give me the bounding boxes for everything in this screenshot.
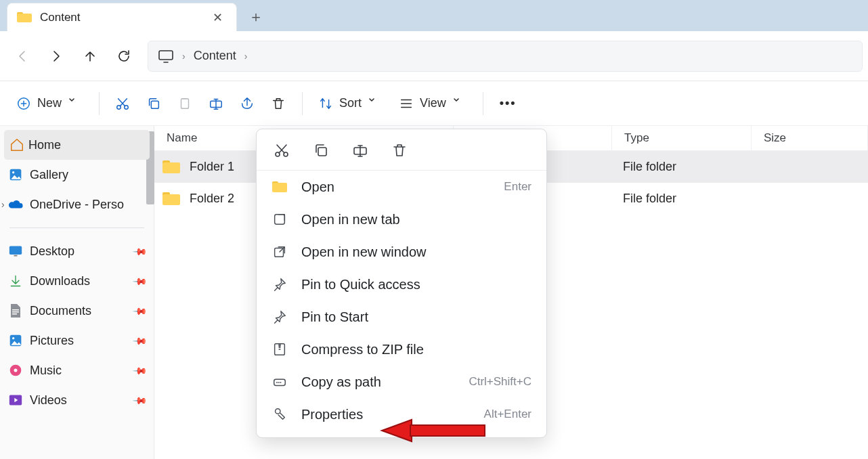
sidebar-item-pictures[interactable]: Pictures 📌 xyxy=(0,326,154,355)
tab-title: Content xyxy=(40,11,200,24)
ctx-rename-button[interactable] xyxy=(350,140,370,160)
refresh-icon xyxy=(116,49,131,64)
view-button[interactable]: View xyxy=(392,87,474,120)
sidebar-item-videos[interactable]: Videos 📌 xyxy=(0,385,154,415)
svg-rect-28 xyxy=(410,425,485,436)
copy-icon xyxy=(313,142,329,158)
sidebar-label: Desktop xyxy=(30,244,74,259)
svg-rect-4 xyxy=(151,101,158,108)
up-button[interactable] xyxy=(73,40,107,72)
sidebar-item-home[interactable]: Home xyxy=(4,130,150,160)
sidebar-item-onedrive[interactable]: › OneDrive - Perso xyxy=(0,190,154,219)
chevron-right-icon[interactable]: › xyxy=(1,199,5,210)
properties-icon xyxy=(272,406,288,422)
rename-icon xyxy=(209,96,223,111)
rename-button[interactable] xyxy=(202,87,230,120)
ctx-cut-button[interactable] xyxy=(272,140,292,160)
svg-rect-5 xyxy=(181,98,189,108)
cut-button[interactable] xyxy=(108,87,137,120)
delete-button[interactable] xyxy=(264,87,292,120)
context-menu: Open Enter Open in new tab Open in new w… xyxy=(256,129,547,438)
new-button[interactable]: New xyxy=(9,87,89,120)
close-icon[interactable]: ✕ xyxy=(209,9,227,26)
new-window-icon xyxy=(272,244,288,260)
svg-point-27 xyxy=(276,409,280,414)
breadcrumb-segment[interactable]: Content xyxy=(194,49,236,63)
copy-button[interactable] xyxy=(139,87,168,120)
ctx-open[interactable]: Open Enter xyxy=(257,171,546,203)
ctx-shortcut: Ctrl+Shift+C xyxy=(469,375,531,389)
paste-button[interactable] xyxy=(171,87,199,120)
ellipsis-icon: ••• xyxy=(500,96,517,110)
videos-icon xyxy=(8,393,23,408)
trash-icon xyxy=(391,142,408,158)
ctx-label: Properties xyxy=(301,407,363,422)
onedrive-icon xyxy=(8,197,23,212)
ctx-shortcut: Enter xyxy=(504,180,531,194)
ctx-label: Open in new tab xyxy=(301,212,400,227)
ctx-label: Compress to ZIP file xyxy=(301,342,424,357)
address-bar[interactable]: › Content › xyxy=(148,41,863,72)
sidebar-label: Music xyxy=(30,364,62,378)
chevron-down-icon xyxy=(368,96,383,111)
column-type[interactable]: Type xyxy=(612,126,752,150)
copy-path-icon xyxy=(272,374,288,390)
svg-rect-26 xyxy=(274,379,286,385)
more-button[interactable]: ••• xyxy=(493,87,523,120)
pin-icon xyxy=(272,276,288,292)
ctx-pin-quick-access[interactable]: Pin to Quick access xyxy=(257,268,546,301)
sidebar-item-desktop[interactable]: Desktop 📌 xyxy=(0,236,154,266)
chevron-right-icon: › xyxy=(182,51,186,62)
ctx-delete-button[interactable] xyxy=(389,140,410,160)
back-button[interactable] xyxy=(5,40,39,72)
sidebar-label: Videos xyxy=(30,393,67,408)
ctx-open-new-window[interactable]: Open in new window xyxy=(257,236,546,268)
sidebar-item-gallery[interactable]: Gallery xyxy=(0,160,154,190)
folder-icon xyxy=(17,12,32,23)
pin-icon: 📌 xyxy=(132,332,148,348)
file-name: Folder 2 xyxy=(190,192,234,206)
folder-open-icon xyxy=(272,179,288,195)
share-icon xyxy=(240,96,255,111)
downloads-icon xyxy=(8,274,23,288)
sidebar-item-documents[interactable]: Documents 📌 xyxy=(0,296,154,326)
sidebar-item-music[interactable]: Music 📌 xyxy=(0,355,154,385)
ctx-copy-path[interactable]: Copy as path Ctrl+Shift+C xyxy=(257,366,546,398)
chevron-right-icon: › xyxy=(244,51,248,62)
new-tab-button[interactable]: ＋ xyxy=(241,3,271,31)
sidebar-label: Home xyxy=(28,138,61,152)
ctx-copy-button[interactable] xyxy=(311,140,331,160)
monitor-icon xyxy=(158,49,174,63)
column-size[interactable]: Size xyxy=(752,126,868,150)
file-name: Folder 1 xyxy=(190,160,234,174)
sidebar-label: Documents xyxy=(30,304,91,318)
explorer-tab[interactable]: Content ✕ xyxy=(7,3,237,31)
svg-point-8 xyxy=(12,171,14,173)
sort-label: Sort xyxy=(339,96,362,110)
gallery-icon xyxy=(8,167,23,182)
share-button[interactable] xyxy=(233,87,261,120)
svg-rect-21 xyxy=(318,148,326,156)
sidebar-divider xyxy=(9,227,144,228)
ctx-pin-start[interactable]: Pin to Start xyxy=(257,301,546,333)
arrow-up-icon xyxy=(82,48,98,64)
ctx-label: Copy as path xyxy=(301,374,381,390)
sidebar-item-downloads[interactable]: Downloads 📌 xyxy=(0,266,154,296)
ctx-label: Open in new window xyxy=(301,244,427,260)
ctx-compress-zip[interactable]: Compress to ZIP file xyxy=(257,333,546,366)
view-icon xyxy=(399,96,414,111)
svg-rect-10 xyxy=(14,255,18,257)
new-tab-icon xyxy=(272,211,288,227)
sort-button[interactable]: Sort xyxy=(311,87,389,120)
ctx-open-new-tab[interactable]: Open in new tab xyxy=(257,203,546,236)
arrow-left-icon xyxy=(14,48,30,64)
forward-button[interactable] xyxy=(39,40,73,72)
ctx-shortcut: Alt+Enter xyxy=(484,408,531,421)
copy-icon xyxy=(146,96,161,111)
refresh-button[interactable] xyxy=(107,40,141,72)
pin-icon: 📌 xyxy=(132,362,148,378)
pin-icon: 📌 xyxy=(132,392,148,408)
svg-point-15 xyxy=(12,337,14,339)
pin-icon xyxy=(272,309,288,325)
pin-icon: 📌 xyxy=(132,243,148,259)
